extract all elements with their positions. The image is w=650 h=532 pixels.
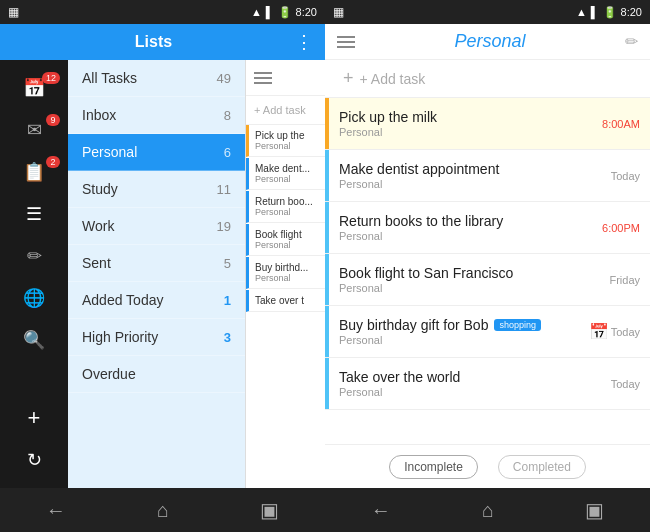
sidebar-inbox[interactable]: ✉ 9 xyxy=(0,110,68,150)
tab-incomplete[interactable]: Incomplete xyxy=(389,455,478,479)
sync-icon: ↻ xyxy=(27,449,42,471)
task-right-3: 6:00PM xyxy=(602,202,650,253)
calendar-badge: 12 xyxy=(42,72,60,84)
list-item-overdue[interactable]: Overdue xyxy=(68,356,245,393)
recents-button-right[interactable]: ▣ xyxy=(585,498,604,522)
sidebar: 📅 12 ✉ 9 📋 2 ☰ ✏ 🌐 🔍 xyxy=(0,60,68,488)
sidebar-search[interactable]: 🔍 xyxy=(0,320,68,360)
task-main-4: Book flight to San Francisco Personal xyxy=(329,254,609,305)
task-main-2: Make dentist appointment Personal xyxy=(329,150,611,201)
home-button-right[interactable]: ⌂ xyxy=(482,499,494,522)
mini-task-1: Pick up the Personal xyxy=(246,125,325,157)
mini-task-6: Take over t xyxy=(246,290,325,312)
task-main-3: Return books to the library Personal xyxy=(329,202,602,253)
app-icon-right: ▦ xyxy=(333,5,344,19)
task-title-5: Buy birthday gift for Bob xyxy=(339,317,488,333)
task-time-3: 6:00PM xyxy=(602,222,640,234)
list-item-work[interactable]: Work 19 xyxy=(68,208,245,245)
list-item-added-today[interactable]: Added Today 1 xyxy=(68,282,245,319)
inbox-icon: ✉ xyxy=(27,119,42,141)
lists-panel: All Tasks 49 Inbox 8 Personal 6 Study 11… xyxy=(68,60,245,488)
task-right-6: Today xyxy=(611,358,650,409)
add-task-label: + Add task xyxy=(360,71,426,87)
personal-title: Personal xyxy=(355,31,625,52)
sidebar-sync[interactable]: ↻ xyxy=(0,440,68,480)
sidebar-calendar[interactable]: 📅 12 xyxy=(0,68,68,108)
task-footer: Incomplete Completed xyxy=(325,444,650,488)
status-bar-right: ▦ ▲ ▌ 🔋 8:20 xyxy=(325,0,650,24)
recents-button[interactable]: ▣ xyxy=(260,498,279,522)
signal-icon-right: ▌ xyxy=(591,6,599,18)
bottom-nav-right: ← ⌂ ▣ xyxy=(325,488,650,532)
mini-task-4: Book flight Personal xyxy=(246,224,325,256)
task-sub-3: Personal xyxy=(339,230,592,242)
time-left: 8:20 xyxy=(296,6,317,18)
task-time-1: 8:00AM xyxy=(602,118,640,130)
add-icon: + xyxy=(28,405,41,431)
signal-icon: ▌ xyxy=(266,6,274,18)
tab-completed[interactable]: Completed xyxy=(498,455,586,479)
task-row-flight[interactable]: Book flight to San Francisco Personal Fr… xyxy=(325,254,650,306)
task-title-6: Take over the world xyxy=(339,369,601,385)
list-icon: ☰ xyxy=(26,203,42,225)
app-icon-left: ▦ xyxy=(8,5,19,19)
globe-icon: 🌐 xyxy=(23,287,45,309)
list-item-personal[interactable]: Personal 6 xyxy=(68,134,245,171)
task-right-5: 📅 Today xyxy=(589,306,650,357)
task-row-dentist[interactable]: Make dentist appointment Personal Today xyxy=(325,150,650,202)
sidebar-tasks[interactable]: 📋 2 xyxy=(0,152,68,192)
edit-icon: ✏ xyxy=(27,245,42,267)
list-item-study[interactable]: Study 11 xyxy=(68,171,245,208)
phone-right: ▦ ▲ ▌ 🔋 8:20 Personal ✏ + + Add task Pic… xyxy=(325,0,650,532)
add-task-bar[interactable]: + + Add task xyxy=(325,60,650,98)
sidebar-list[interactable]: ☰ xyxy=(0,194,68,234)
tasks-icon: 📋 xyxy=(23,161,45,183)
hamburger-icon xyxy=(254,72,272,84)
list-item-high-priority[interactable]: High Priority 3 xyxy=(68,319,245,356)
task-day-5: Today xyxy=(611,326,640,338)
mini-header xyxy=(246,60,325,96)
lists-title: Lists xyxy=(135,33,172,51)
task-title-4: Book flight to San Francisco xyxy=(339,265,599,281)
phone-left: ▦ ▲ ▌ 🔋 8:20 Lists ⋮ 📅 12 ✉ 9 📋 xyxy=(0,0,325,532)
task-sub-5: Personal xyxy=(339,334,579,346)
left-content: 📅 12 ✉ 9 📋 2 ☰ ✏ 🌐 🔍 xyxy=(0,60,325,488)
list-item-all-tasks[interactable]: All Tasks 49 xyxy=(68,60,245,97)
task-main-6: Take over the world Personal xyxy=(329,358,611,409)
list-item-inbox[interactable]: Inbox 8 xyxy=(68,97,245,134)
task-sub-1: Personal xyxy=(339,126,592,138)
task-row-birthday[interactable]: Buy birthday gift for Bob shopping Perso… xyxy=(325,306,650,358)
task-title-1: Pick up the milk xyxy=(339,109,592,125)
task-right-1: 8:00AM xyxy=(602,98,650,149)
sidebar-globe[interactable]: 🌐 xyxy=(0,278,68,318)
sidebar-add[interactable]: + xyxy=(0,398,68,438)
task-sub-6: Personal xyxy=(339,386,601,398)
back-button[interactable]: ← xyxy=(46,499,66,522)
task-title-2: Make dentist appointment xyxy=(339,161,601,177)
edit-right-icon[interactable]: ✏ xyxy=(625,32,638,51)
task-row-books[interactable]: Return books to the library Personal 6:0… xyxy=(325,202,650,254)
task-row-pick-up-milk[interactable]: Pick up the milk Personal 8:00AM xyxy=(325,98,650,150)
lists-more-icon[interactable]: ⋮ xyxy=(295,31,313,53)
home-button[interactable]: ⌂ xyxy=(157,499,169,522)
personal-header: Personal ✏ xyxy=(325,24,650,60)
mini-task-5: Buy birthd... Personal xyxy=(246,257,325,289)
hamburger-right-icon[interactable] xyxy=(337,36,355,48)
battery-icon: 🔋 xyxy=(278,6,292,19)
lists-header: Lists ⋮ xyxy=(0,24,325,60)
task-title-3: Return books to the library xyxy=(339,213,592,229)
battery-icon-right: 🔋 xyxy=(603,6,617,19)
sidebar-edit[interactable]: ✏ xyxy=(0,236,68,276)
status-bar-left: ▦ ▲ ▌ 🔋 8:20 xyxy=(0,0,325,24)
back-button-right[interactable]: ← xyxy=(371,499,391,522)
task-row-world[interactable]: Take over the world Personal Today xyxy=(325,358,650,410)
task-right-2: Today xyxy=(611,150,650,201)
list-item-sent[interactable]: Sent 5 xyxy=(68,245,245,282)
task-list: + + Add task Pick up the milk Personal 8… xyxy=(325,60,650,444)
mini-task-3: Return boo... Personal xyxy=(246,191,325,223)
task-right-4: Friday xyxy=(609,254,650,305)
search-icon: 🔍 xyxy=(23,329,45,351)
plus-icon: + xyxy=(343,68,354,89)
task-main-5: Buy birthday gift for Bob shopping Perso… xyxy=(329,306,589,357)
calendar-icon-5: 📅 xyxy=(589,322,609,341)
